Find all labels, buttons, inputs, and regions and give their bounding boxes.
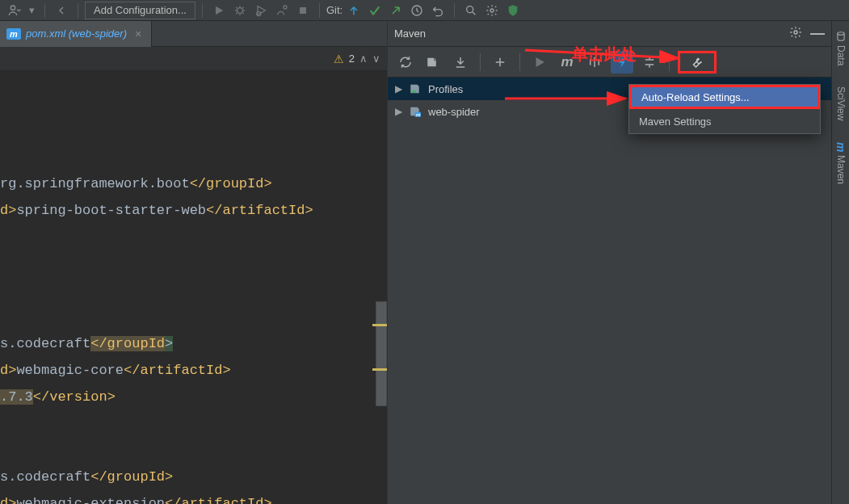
- show-dependencies-icon[interactable]: [638, 51, 661, 74]
- popup-auto-reload[interactable]: Auto-Reload Settings...: [629, 85, 820, 109]
- history-icon[interactable]: [407, 2, 427, 19]
- separator: [202, 3, 203, 18]
- svg-point-6: [467, 6, 473, 12]
- svg-point-0: [11, 6, 15, 10]
- shield-icon[interactable]: [503, 2, 523, 19]
- code-editor[interactable]: rg.springframework.boot</groupId> d>spri…: [0, 71, 387, 504]
- editor-tab[interactable]: m pom.xml (web-spider) ×: [0, 21, 152, 47]
- vtab-data[interactable]: Data: [834, 26, 848, 70]
- separator: [44, 3, 45, 18]
- editor-tab-bar: m pom.xml (web-spider) ×: [0, 21, 387, 47]
- wrench-icon[interactable]: [678, 51, 717, 74]
- editor-panel: m pom.xml (web-spider) × ⚠ 2 ∧ ∨ rg.spri…: [0, 21, 388, 504]
- m-icon[interactable]: m: [556, 51, 578, 74]
- gear-icon[interactable]: [482, 2, 502, 19]
- coverage-icon[interactable]: [251, 2, 271, 19]
- profiles-icon: [409, 82, 423, 96]
- profile-icon[interactable]: [272, 2, 292, 19]
- maven-header: Maven —: [388, 21, 831, 47]
- offline-mode-icon[interactable]: [611, 51, 633, 74]
- next-highlight-icon[interactable]: ∨: [372, 52, 380, 65]
- separator: [669, 53, 670, 71]
- warning-icon[interactable]: ⚠: [334, 52, 344, 65]
- chevron-down-icon: ▾: [26, 2, 38, 19]
- separator: [480, 53, 481, 71]
- popup-maven-settings[interactable]: Maven Settings: [629, 109, 820, 133]
- tab-title: pom.xml (web-spider): [26, 27, 127, 40]
- add-configuration-button[interactable]: Add Configuration...: [85, 2, 195, 19]
- search-icon[interactable]: [461, 2, 481, 19]
- download-icon[interactable]: [449, 51, 472, 74]
- tree-label: Profiles: [428, 83, 463, 95]
- maven-toolbar: m: [388, 47, 831, 78]
- maven-tree: ▶ Profiles ▶ m web-spider: [388, 78, 831, 504]
- back-icon[interactable]: [52, 2, 71, 19]
- tree-label: web-spider: [428, 106, 480, 118]
- vtab-maven[interactable]: m Maven: [833, 137, 849, 189]
- maven-project-icon: m: [409, 104, 423, 119]
- update-icon[interactable]: [344, 2, 364, 19]
- svg-point-8: [794, 31, 797, 34]
- run-icon[interactable]: [528, 51, 551, 74]
- separator: [78, 3, 78, 18]
- git-label: Git:: [326, 4, 343, 16]
- debug-icon[interactable]: [230, 2, 250, 19]
- prev-highlight-icon[interactable]: ∧: [359, 52, 368, 65]
- maven-file-icon: m: [6, 28, 21, 40]
- gutter-mark: [372, 324, 387, 326]
- separator: [319, 3, 320, 18]
- stop-icon[interactable]: [293, 2, 313, 19]
- vtab-sciview[interactable]: SciView: [834, 82, 848, 125]
- svg-rect-4: [300, 7, 306, 14]
- separator: [519, 53, 520, 71]
- generate-sources-icon[interactable]: [422, 51, 444, 74]
- editor-status-row: ⚠ 2 ∧ ∨: [0, 47, 387, 71]
- user-icon[interactable]: [5, 2, 24, 19]
- gear-icon[interactable]: [789, 26, 802, 41]
- reimport-icon[interactable]: [394, 51, 417, 74]
- settings-popup: Auto-Reload Settings... Maven Settings: [628, 84, 821, 134]
- maven-title: Maven: [394, 27, 426, 40]
- rollback-icon[interactable]: [428, 2, 448, 19]
- toggle-skip-tests-icon[interactable]: [583, 51, 606, 74]
- svg-point-3: [284, 6, 287, 9]
- svg-point-7: [490, 9, 494, 12]
- svg-text:m: m: [416, 112, 421, 117]
- editor-scrollbar-thumb[interactable]: [376, 301, 387, 406]
- commit-icon[interactable]: [365, 2, 385, 19]
- minimize-icon[interactable]: —: [810, 25, 825, 42]
- separator: [454, 3, 455, 18]
- run-icon[interactable]: [209, 2, 229, 19]
- chevron-right-icon[interactable]: ▶: [393, 83, 404, 94]
- close-icon[interactable]: ×: [132, 27, 145, 40]
- push-icon[interactable]: [386, 2, 406, 19]
- right-tool-tabs: Data SciView m Maven: [831, 21, 849, 504]
- gutter-mark: [372, 368, 387, 371]
- warning-count: 2: [349, 52, 355, 65]
- add-icon[interactable]: [489, 51, 511, 74]
- svg-point-11: [837, 32, 843, 36]
- main-toolbar: ▾ Add Configuration... Git:: [0, 0, 849, 21]
- chevron-right-icon[interactable]: ▶: [393, 106, 404, 117]
- svg-point-1: [237, 7, 243, 13]
